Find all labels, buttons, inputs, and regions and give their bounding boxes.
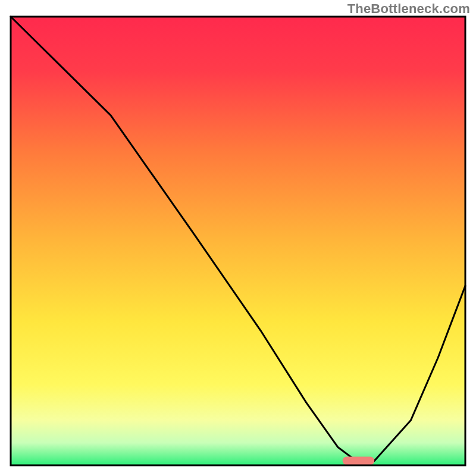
- optimum-marker: [343, 457, 375, 465]
- chart-container: TheBottleneck.com: [0, 0, 476, 476]
- chart-svg: [0, 0, 476, 476]
